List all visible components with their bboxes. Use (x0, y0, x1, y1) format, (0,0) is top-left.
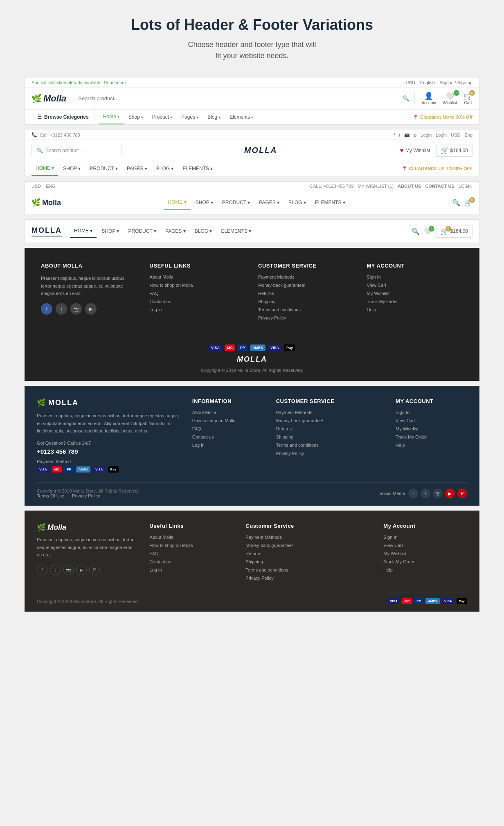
fb-v3[interactable]: f (37, 565, 47, 575)
logo-v4[interactable]: MOLLA (32, 226, 62, 236)
link-help-v2[interactable]: Help (396, 443, 467, 448)
facebook-social-btn[interactable]: f (41, 303, 52, 315)
link-guarantee-v3[interactable]: Money-back guarantee! (245, 543, 371, 548)
search-bar-v2[interactable]: 🔍 Search product ... (32, 145, 122, 156)
link-guarantee[interactable]: Money-back guarantee! (258, 283, 355, 288)
link-terms[interactable]: Terms and conditions (258, 307, 355, 312)
nav-item-product[interactable]: Product (148, 110, 176, 124)
cart-icon-item[interactable]: 🛒 0 Cart (464, 92, 473, 105)
nav-blog-v4[interactable]: BLOG ▾ (191, 225, 216, 238)
login-text[interactable]: Login (436, 133, 447, 137)
link-help[interactable]: Help (367, 307, 464, 312)
link-shipping-v2[interactable]: Shipping (276, 434, 383, 439)
link-shipping-v3[interactable]: Shipping (245, 559, 371, 564)
nav-product-v2[interactable]: PRODUCT ▾ (86, 161, 122, 176)
nav-blog-v2[interactable]: BLOG ▾ (152, 161, 178, 176)
ig-v3[interactable]: 📷 (63, 565, 74, 575)
link-payment-v3[interactable]: Payment Methods (245, 535, 371, 540)
link-terms-v2[interactable]: Terms and conditions (276, 443, 383, 448)
footer-v2-logo[interactable]: 🌿 MOLLA (37, 398, 180, 407)
nav-item-blog[interactable]: Blog (203, 110, 225, 124)
link-contact-v2[interactable]: Contact us (192, 434, 264, 439)
link-returns-v2[interactable]: Returns (276, 426, 383, 431)
link-faq-v2[interactable]: FAQ (192, 426, 264, 431)
login-v3[interactable]: LOGIN (459, 184, 473, 189)
link-returns[interactable]: Returns (258, 291, 355, 296)
browse-categories-button[interactable]: ☰ Browse Categories (32, 110, 95, 124)
link-privacy-v2[interactable]: Privacy Policy (276, 451, 383, 456)
link-contact-v3[interactable]: Contact us (150, 559, 234, 564)
signin-link[interactable]: Sign in / Sign up (440, 80, 473, 85)
logo-v3[interactable]: 🌿 Molla (32, 198, 61, 207)
contact-us-link[interactable]: CONTACT US (425, 184, 454, 189)
search-icon-v3[interactable]: 🔍 (452, 199, 460, 207)
nav-blog-v3[interactable]: BLOG ▾ (284, 195, 310, 210)
cart-icon-v3[interactable]: 🛒0 (464, 199, 473, 207)
link-track-order[interactable]: Track My Order (367, 299, 464, 304)
nav-shop-v3[interactable]: SHOP ▾ (191, 195, 217, 210)
tw-v3[interactable]: t (50, 565, 61, 575)
search-icon-v4[interactable]: 🔍 (412, 227, 420, 235)
nav-product-v4[interactable]: PRODUCT ▾ (124, 225, 160, 238)
nav-elements-v3[interactable]: ELEMENTS ▾ (311, 195, 349, 210)
promo-link[interactable]: Read more ... (104, 80, 131, 85)
nav-elements-v4[interactable]: ELEMENTS ▾ (217, 225, 255, 238)
tw-icon-v2[interactable]: t (421, 488, 430, 498)
nav-shop-v2[interactable]: SHOP ▾ (59, 161, 85, 176)
nav-pages-v4[interactable]: PAGES ▾ (161, 225, 190, 238)
search-button[interactable]: 🔍 (398, 92, 414, 105)
link-login[interactable]: Log in (150, 307, 246, 312)
link-privacy-v3[interactable]: Privacy Policy (245, 576, 371, 581)
logo-v2[interactable]: MOLLA (128, 146, 393, 155)
nav-home-v4[interactable]: HOME ▾ (70, 225, 97, 238)
nav-home-v2[interactable]: HOME ▾ (32, 161, 58, 176)
terms-link[interactable]: Terms Of Use (37, 493, 64, 498)
nav-product-v3[interactable]: PRODUCT ▾ (218, 195, 254, 210)
footer-v3-logo[interactable]: 🌿 Molla (37, 523, 137, 532)
nav-item-shop[interactable]: Shop (124, 110, 147, 124)
link-contact[interactable]: Contact us (150, 299, 246, 304)
pt-icon-v2[interactable]: P (457, 488, 467, 498)
link-cart-v3[interactable]: View Cart (383, 543, 467, 548)
link-guarantee-v2[interactable]: Money-back guarantee! (276, 418, 383, 423)
twitter-social-btn[interactable]: t (56, 303, 67, 315)
logo-v1[interactable]: 🌿 Molla (32, 93, 66, 104)
wishlist-icon-v4[interactable]: 🤍0 (424, 227, 432, 235)
ig-icon-v2[interactable]: 📷 (433, 488, 443, 498)
link-cart-v2[interactable]: View Cart (396, 418, 467, 423)
link-privacy[interactable]: Privacy Policy (258, 315, 355, 320)
yt-v3[interactable]: ▶ (76, 565, 87, 575)
search-bar-v1[interactable]: 🔍 (73, 92, 415, 105)
link-view-cart[interactable]: View Cart (367, 283, 464, 288)
language-v2[interactable]: Eng (464, 133, 473, 137)
wishlist-icon-item[interactable]: 🤍 3 Wishlist (443, 92, 457, 105)
privacy-link[interactable]: Privacy Policy (72, 493, 100, 498)
search-input[interactable] (73, 92, 398, 105)
link-returns-v3[interactable]: Returns (245, 551, 371, 556)
link-help-v3[interactable]: Help (383, 567, 467, 572)
link-signin-v2[interactable]: Sign In (396, 410, 467, 415)
cart-v4[interactable]: 🛒0 $164,00 (436, 225, 473, 238)
link-faq[interactable]: FAQ (150, 291, 246, 296)
nav-pages-v3[interactable]: PAGES ▾ (255, 195, 284, 210)
pt-v3[interactable]: P (89, 565, 100, 575)
nav-item-pages[interactable]: Pages (177, 110, 202, 124)
fb-icon-v2[interactable]: f (408, 488, 418, 498)
link-about-molla[interactable]: About Molla (150, 275, 246, 279)
login-link[interactable]: Login (421, 133, 432, 137)
cart-v2[interactable]: 🛒 $164,00 (436, 144, 473, 157)
nav-home-v3[interactable]: HOME ▾ (164, 195, 190, 210)
link-signin-v3[interactable]: Sign In (383, 535, 467, 540)
link-wishlist-v2[interactable]: My Wishlist (396, 426, 467, 431)
nav-shop-v4[interactable]: SHOP ▾ (97, 225, 123, 238)
language-selector[interactable]: English (420, 80, 435, 85)
link-faq-v3[interactable]: FAQ (150, 551, 234, 556)
instagram-icon[interactable]: 📷 (404, 132, 410, 137)
facebook-icon[interactable]: f (394, 133, 395, 137)
nav-pages-v2[interactable]: PAGES ▾ (123, 161, 151, 176)
wishlist-v3[interactable]: MY WISHLIST (1) (358, 184, 394, 189)
link-howto-v3[interactable]: How to shop on Molla (150, 543, 234, 548)
link-signin[interactable]: Sign In (367, 275, 464, 279)
link-how-to-shop[interactable]: How to shop on Molla (150, 283, 246, 288)
link-payment[interactable]: Payment Methods (258, 275, 355, 279)
